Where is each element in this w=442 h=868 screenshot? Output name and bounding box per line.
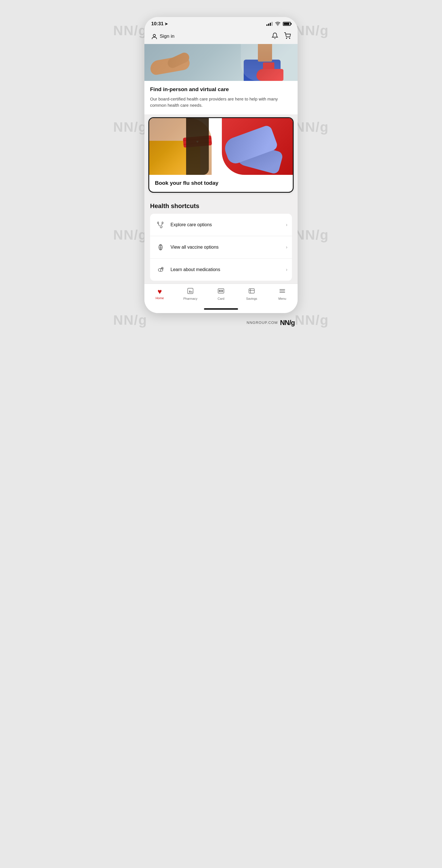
notification-button[interactable] [272, 32, 278, 40]
flu-shot-card[interactable]: ♥ Book your flu shot today [148, 117, 294, 193]
vaccine-icon-wrap [155, 241, 166, 253]
find-care-description: Our board-certified health care provider… [150, 96, 292, 109]
watermark-bbr: NN/g [295, 312, 329, 328]
pill-icon [157, 266, 164, 274]
tab-bar: ♥ Home Rx Pharmacy [145, 284, 297, 306]
tab-menu-label: Menu [278, 297, 286, 300]
watermark-mr: NN/g [295, 119, 329, 135]
pharmacy-rx-icon: Rx [187, 287, 194, 296]
tab-card-label: Card [218, 297, 224, 300]
cart-icon [284, 32, 291, 39]
status-bar: 10:31 ➤ [145, 17, 297, 30]
tab-card[interactable]: Card [210, 287, 232, 300]
pill-icon-wrap [155, 264, 166, 276]
shortcuts-list: Explore care options › [150, 214, 292, 281]
user-icon [151, 33, 157, 39]
vaccines-label: View all vaccine options [170, 245, 286, 250]
find-care-image [145, 44, 297, 81]
shortcut-medications[interactable]: Learn about medications › [150, 258, 292, 281]
phone-frame: 10:31 ➤ [145, 17, 297, 313]
svg-point-0 [278, 25, 278, 26]
card-barcode-icon [217, 287, 225, 296]
tab-savings-label: Savings [246, 297, 257, 300]
status-icons [266, 22, 291, 26]
cart-button[interactable] [284, 32, 291, 40]
health-shortcuts-section: Health shortcuts [145, 197, 297, 281]
watermark-bl: NN/g [113, 227, 147, 243]
tab-pharmacy-label: Pharmacy [183, 297, 197, 300]
watermark-tr: NN/g [295, 23, 329, 38]
find-care-card[interactable]: Find in-person and virtual care Our boar… [145, 44, 297, 114]
location-arrow-icon: ➤ [164, 22, 168, 26]
shortcut-vaccines[interactable]: View all vaccine options › [150, 236, 292, 258]
tab-menu[interactable]: Menu [271, 287, 294, 300]
shortcuts-heading: Health shortcuts [150, 203, 292, 210]
svg-text:Rx: Rx [189, 290, 193, 293]
savings-icon [248, 287, 255, 296]
find-care-title: Find in-person and virtual care [150, 86, 292, 93]
status-time: 10:31 ➤ [151, 21, 168, 27]
wifi-icon [275, 22, 281, 26]
menu-hamburger-icon [279, 287, 286, 296]
chevron-right-icon-3: › [286, 267, 287, 272]
flu-shot-image: ♥ [149, 118, 293, 175]
vaccine-icon [157, 243, 164, 251]
medications-label: Learn about medications [170, 267, 286, 272]
find-care-text: Find in-person and virtual care Our boar… [145, 81, 297, 114]
tab-home-label: Home [155, 296, 164, 300]
watermark-bbl: NN/g [113, 312, 147, 328]
sign-in-button[interactable]: Sign in [151, 33, 175, 39]
chevron-right-icon: › [286, 222, 287, 227]
nav-actions [272, 32, 291, 40]
stethoscope-icon [157, 221, 164, 229]
watermark-ml: NN/g [113, 119, 147, 135]
svg-point-2 [286, 38, 287, 39]
home-heart-icon: ♥ [157, 288, 162, 295]
tab-pharmacy[interactable]: Rx Pharmacy [179, 287, 202, 300]
sign-in-label: Sign in [160, 33, 175, 39]
svg-rect-23 [249, 289, 254, 293]
tab-savings[interactable]: Savings [240, 287, 263, 300]
battery-icon [283, 22, 291, 26]
nngroup-logo: NN/g [280, 319, 295, 327]
chevron-right-icon-2: › [286, 245, 287, 250]
watermark-br: NN/g [295, 227, 329, 243]
watermark-tl: NN/g [113, 23, 147, 38]
time-display: 10:31 [151, 21, 163, 27]
shortcut-explore-care[interactable]: Explore care options › [150, 214, 292, 236]
tab-home[interactable]: ♥ Home [148, 288, 171, 300]
nav-bar: Sign in [145, 30, 297, 44]
explore-care-label: Explore care options [170, 222, 286, 227]
signal-bars-icon [266, 22, 273, 26]
stethoscope-icon-wrap [155, 219, 166, 231]
svg-point-1 [153, 34, 155, 37]
flu-shot-title: Book your flu shot today [155, 180, 287, 186]
nngroup-url: NNGROUP.COM [247, 320, 278, 325]
nngroup-footer: NNGROUP.COM NN/g [145, 319, 297, 327]
content-area: Find in-person and virtual care Our boar… [145, 44, 297, 313]
svg-point-3 [289, 38, 290, 39]
bell-icon [272, 32, 278, 39]
home-indicator [145, 306, 297, 313]
home-indicator-bar [204, 308, 238, 310]
flu-shot-text: Book your flu shot today [149, 175, 293, 192]
svg-point-4 [162, 226, 163, 227]
